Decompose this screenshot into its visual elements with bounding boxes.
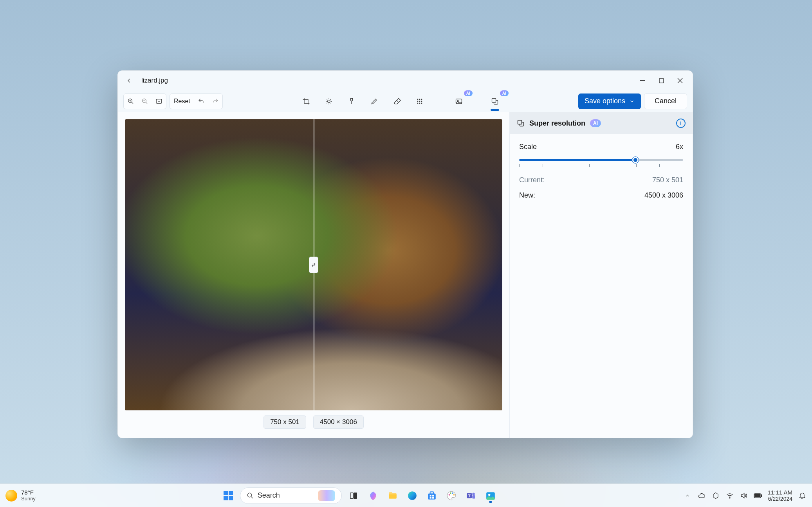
slider-thumb[interactable]: [632, 157, 639, 163]
image-preview[interactable]: [125, 119, 502, 410]
scale-slider[interactable]: [519, 156, 683, 169]
hex-icon: [712, 492, 719, 499]
edge-button[interactable]: [404, 488, 420, 503]
copilot-button[interactable]: [365, 488, 381, 503]
clock[interactable]: 11:11 AM 6/22/2024: [768, 489, 792, 502]
cancel-button[interactable]: Cancel: [644, 93, 687, 109]
teams-button[interactable]: T: [463, 488, 479, 503]
pen-icon: [370, 97, 378, 105]
fit-button[interactable]: [152, 94, 166, 108]
markup-tool[interactable]: [364, 93, 384, 110]
start-button[interactable]: [220, 488, 236, 503]
windows-logo-icon: [223, 490, 234, 501]
search-box[interactable]: Search: [240, 487, 342, 504]
folder-icon: [388, 491, 398, 501]
photos-button[interactable]: [483, 488, 498, 503]
notifications-button[interactable]: [798, 491, 807, 500]
paint-icon: [446, 491, 457, 501]
slider-ticks: [519, 164, 683, 167]
svg-point-36: [453, 494, 455, 495]
undo-button[interactable]: [194, 94, 208, 108]
undo-icon: [198, 98, 205, 105]
generative-tool[interactable]: AI: [449, 93, 469, 110]
close-button[interactable]: [671, 72, 689, 89]
super-resolution-icon: [491, 97, 499, 105]
battery-tray-icon[interactable]: [754, 491, 762, 500]
paintbrush-icon: [348, 97, 355, 105]
svg-point-14: [421, 103, 422, 104]
store-icon: [427, 491, 437, 501]
svg-rect-30: [432, 494, 434, 496]
redo-button[interactable]: [208, 94, 222, 108]
minimize-button[interactable]: [633, 72, 652, 89]
file-title: lizard.jpg: [141, 77, 168, 84]
editor-content: 750 x 501 4500 × 3006 Super resolution A…: [118, 112, 693, 438]
bell-icon: [798, 492, 806, 500]
teams-icon: T: [466, 491, 476, 501]
weather-cond: Sunny: [21, 496, 36, 502]
wifi-icon: [726, 492, 734, 500]
original-dimensions: 750 x 501: [263, 415, 306, 429]
dimension-labels: 750 x 501 4500 × 3006: [125, 413, 502, 431]
blur-tool[interactable]: [410, 93, 429, 110]
svg-point-7: [419, 99, 420, 100]
erase-tool[interactable]: [387, 93, 407, 110]
task-view-button[interactable]: [346, 488, 361, 503]
svg-rect-18: [518, 120, 522, 124]
svg-rect-40: [472, 495, 475, 498]
info-button[interactable]: i: [676, 119, 686, 128]
ai-badge: AI: [590, 119, 601, 127]
super-resolution-tool[interactable]: AI: [485, 93, 505, 110]
adjust-tool[interactable]: [319, 93, 339, 110]
slider-fill: [519, 159, 635, 161]
current-label: Current:: [519, 176, 545, 184]
svg-rect-45: [761, 494, 762, 496]
tray-overflow-button[interactable]: [683, 491, 692, 500]
wifi-tray-icon[interactable]: [725, 491, 734, 500]
scale-value: 6x: [676, 143, 683, 151]
onedrive-tray-icon[interactable]: [697, 491, 706, 500]
svg-rect-29: [429, 494, 431, 496]
cloud-icon: [698, 492, 706, 500]
copilot-tray-icon[interactable]: [711, 491, 720, 500]
weather-icon[interactable]: [5, 490, 17, 502]
maximize-icon: [659, 78, 664, 83]
reset-button[interactable]: Reset: [170, 94, 194, 108]
zoom-in-button[interactable]: [124, 94, 138, 108]
svg-point-43: [729, 497, 730, 498]
canvas-area: 750 x 501 4500 × 3006: [118, 112, 509, 438]
svg-point-35: [452, 492, 453, 494]
store-button[interactable]: [424, 488, 440, 503]
explorer-button[interactable]: [385, 488, 401, 503]
super-resolution-icon: [517, 119, 525, 127]
zoom-out-button[interactable]: [138, 94, 152, 108]
photos-app-icon: [485, 491, 496, 501]
save-options-button[interactable]: Save options: [578, 93, 641, 109]
crop-tool[interactable]: [296, 93, 316, 110]
paint-button[interactable]: [444, 488, 459, 503]
svg-rect-0: [640, 80, 645, 81]
svg-point-9: [417, 101, 418, 102]
filter-tool[interactable]: [342, 93, 361, 110]
weather-widget[interactable]: 78°F Sunny: [21, 489, 36, 502]
chevron-down-icon: [629, 99, 635, 104]
maximize-button[interactable]: [652, 72, 671, 89]
zoom-in-icon: [127, 98, 134, 105]
taskbar: 78°F Sunny Search T: [0, 484, 812, 507]
svg-point-33: [448, 494, 450, 495]
back-button[interactable]: [121, 72, 137, 89]
panel-body: Scale 6x Current: 750 x 501 New:: [510, 134, 693, 208]
ai-badge-icon: AI: [500, 90, 509, 96]
clock-date: 6/22/2024: [768, 496, 792, 502]
panel-header: Super resolution AI i: [510, 112, 693, 134]
svg-rect-19: [224, 491, 228, 495]
eraser-icon: [393, 97, 401, 105]
taskbar-left: 78°F Sunny: [5, 489, 36, 502]
compare-handle[interactable]: [309, 257, 318, 273]
brightness-icon: [325, 97, 333, 105]
battery-icon: [754, 493, 762, 499]
zoom-out-icon: [141, 98, 148, 105]
history-group: Reset: [170, 93, 223, 109]
volume-tray-icon[interactable]: [740, 491, 748, 500]
svg-point-5: [328, 100, 330, 102]
